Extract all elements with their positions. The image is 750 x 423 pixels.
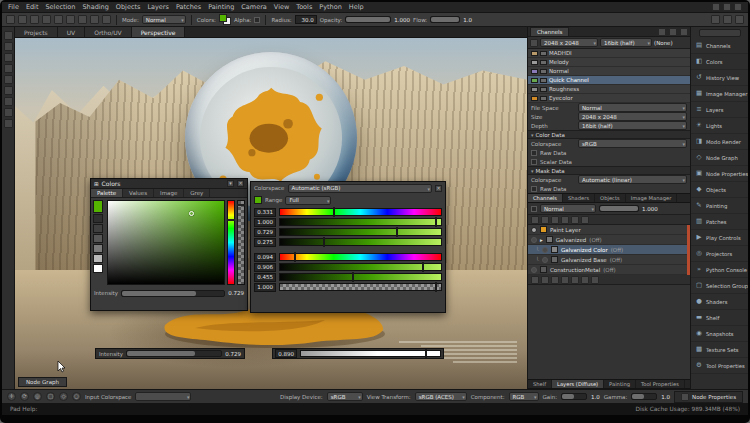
swatch[interactable]	[93, 244, 103, 253]
add-group-icon[interactable]	[541, 276, 549, 284]
flow-slider[interactable]	[430, 16, 460, 23]
mask-raw-data-checkbox[interactable]	[531, 186, 537, 192]
palette-projectors[interactable]: ◎Projectors	[691, 246, 748, 262]
palette-history-view[interactable]: ↺History View	[691, 70, 748, 86]
menu-painting[interactable]: Painting	[208, 3, 234, 11]
marquee-tool-icon[interactable]	[4, 119, 13, 128]
collapse-icon[interactable]: ▾	[227, 180, 234, 187]
layer-row[interactable]: Paint Layer	[528, 225, 690, 235]
duplicate-layer-icon[interactable]	[571, 276, 579, 284]
filter-adjustment-icon[interactable]	[561, 216, 569, 224]
palette-channels[interactable]: ▤Channels	[691, 38, 748, 54]
view-transform-dropdown[interactable]: sRGB (ACES)	[415, 392, 467, 401]
layer-visibility-icon[interactable]	[531, 267, 537, 273]
swatch[interactable]	[93, 224, 103, 233]
green-gradient-slider[interactable]	[279, 228, 442, 236]
projection-icon[interactable]	[723, 15, 732, 24]
layer-row[interactable]: └ Galvanized Base (Off)	[528, 255, 690, 265]
slider-value[interactable]: 0.906	[254, 263, 276, 272]
layer-row[interactable]: ▸ Galvanized (Off)	[528, 235, 690, 245]
palette-objects[interactable]: ◆Objects	[691, 182, 748, 198]
blur-tool-icon[interactable]	[4, 53, 13, 62]
radius-field[interactable]: 30.0	[295, 15, 317, 24]
menu-patches[interactable]: Patches	[176, 3, 201, 11]
mask-data-section[interactable]: Mask Data	[528, 166, 690, 175]
channel-row-selected[interactable]: Quick Channel	[528, 76, 690, 85]
floating-value-field[interactable]: 0.890	[275, 349, 297, 358]
paint-tool-icon[interactable]	[4, 42, 13, 51]
layer-lock-checkbox[interactable]	[531, 206, 537, 212]
dock-tab-image-manager[interactable]: Image Manager	[626, 194, 678, 202]
channel-row[interactable]: MADHDI	[528, 49, 690, 58]
channel-row[interactable]: Eyecolor	[528, 94, 690, 103]
hue-gradient-slider[interactable]	[279, 253, 442, 261]
palette-tool-properties[interactable]: ⚙Tool Properties	[691, 358, 748, 374]
vector-tool-icon[interactable]	[4, 86, 13, 95]
filter-all-icon[interactable]	[531, 216, 539, 224]
slider-value[interactable]: 0.094	[254, 253, 276, 262]
input-colorspace-dropdown[interactable]	[135, 392, 191, 401]
dock-tab-painting[interactable]: Painting	[604, 380, 636, 388]
colorspace-dropdown[interactable]: sRGB	[578, 139, 687, 148]
open-icon[interactable]	[18, 15, 27, 24]
layer-opacity-slider[interactable]	[599, 205, 639, 212]
colors-panel-titlebar[interactable]: ⊞ Colors ▾ ✕	[91, 179, 247, 189]
menu-selection[interactable]: Selection	[45, 3, 75, 11]
dock-tab-objects[interactable]: Objects	[595, 194, 626, 202]
palette-lights[interactable]: ☀Lights	[691, 118, 748, 134]
channel-color-icon[interactable]	[530, 39, 538, 47]
palette-shelf[interactable]: ▬Shelf	[691, 310, 748, 326]
transform-tool-icon[interactable]	[90, 15, 99, 24]
tab-values[interactable]: Values	[123, 189, 154, 197]
swatch[interactable]	[93, 200, 103, 213]
slider-value[interactable]: 1.000	[254, 218, 276, 227]
menu-help[interactable]: Help	[349, 3, 364, 11]
redo-icon[interactable]	[54, 15, 63, 24]
slider-value[interactable]: 1.000	[254, 283, 276, 292]
palette-snapshots[interactable]: ◉Snapshots	[691, 326, 748, 342]
undo-icon[interactable]	[42, 15, 51, 24]
swatch[interactable]	[93, 264, 103, 273]
close-icon[interactable]: ✕	[237, 180, 244, 187]
menu-tools[interactable]: Tools	[296, 3, 312, 11]
frame-view-icon[interactable]: □	[46, 392, 55, 401]
layer-visibility-icon[interactable]	[531, 237, 537, 243]
slider-value[interactable]: 0.331	[254, 208, 276, 217]
brush-tool-icon[interactable]	[66, 15, 75, 24]
color-data-section[interactable]: Color Data	[528, 130, 690, 139]
green-gradient-slider[interactable]	[279, 218, 442, 226]
delete-layer-icon[interactable]	[591, 276, 599, 284]
gain-slider[interactable]	[561, 393, 587, 400]
add-mask-icon[interactable]	[561, 276, 569, 284]
palette-patches[interactable]: ▥Patches	[691, 214, 748, 230]
zoom-view-icon[interactable]: ◎	[33, 392, 42, 401]
menu-objects[interactable]: Objects	[116, 3, 141, 11]
layer-row[interactable]: ConstructionMetal (Off)	[528, 265, 690, 275]
raw-data-checkbox[interactable]	[531, 150, 537, 156]
swatch[interactable]	[93, 234, 103, 243]
settings-icon[interactable]	[723, 3, 731, 11]
saturation-value-picker[interactable]	[107, 200, 225, 285]
rotate-view-icon[interactable]: ⟳	[20, 392, 29, 401]
snapshot-icon[interactable]	[735, 15, 744, 24]
palette-layers[interactable]: ≡Layers	[691, 102, 748, 118]
green-gradient-slider[interactable]	[279, 238, 442, 246]
palette-modo-render[interactable]: ◨Modo Render	[691, 134, 748, 150]
palette-colors[interactable]: ◧Colors	[691, 54, 748, 70]
display-device-dropdown[interactable]: sRGB	[327, 392, 363, 401]
eyedropper-tool-icon[interactable]	[4, 108, 13, 117]
layer-visibility-icon[interactable]	[542, 257, 548, 263]
isolate-view-icon[interactable]: ◇	[59, 392, 68, 401]
dock-tab-shelf[interactable]: Shelf	[528, 380, 552, 388]
swatch[interactable]	[93, 254, 103, 263]
menu-python[interactable]: Python	[319, 3, 342, 11]
channels-palette-tab[interactable]: Channels	[530, 27, 569, 36]
channel-depth-dropdown[interactable]: 16bit (half)	[600, 38, 652, 47]
tab-ortho-uv[interactable]: Ortho/UV	[85, 27, 132, 37]
layer-row-selected[interactable]: └ Galvanized Color (Off)	[528, 245, 690, 255]
hue-gradient-slider[interactable]	[279, 208, 442, 216]
tab-palette[interactable]: Palette	[91, 189, 123, 197]
tab-image[interactable]: Image	[154, 189, 184, 197]
alpha-checkbox[interactable]	[254, 17, 260, 23]
blend-mode-dropdown[interactable]: Normal	[540, 204, 596, 213]
